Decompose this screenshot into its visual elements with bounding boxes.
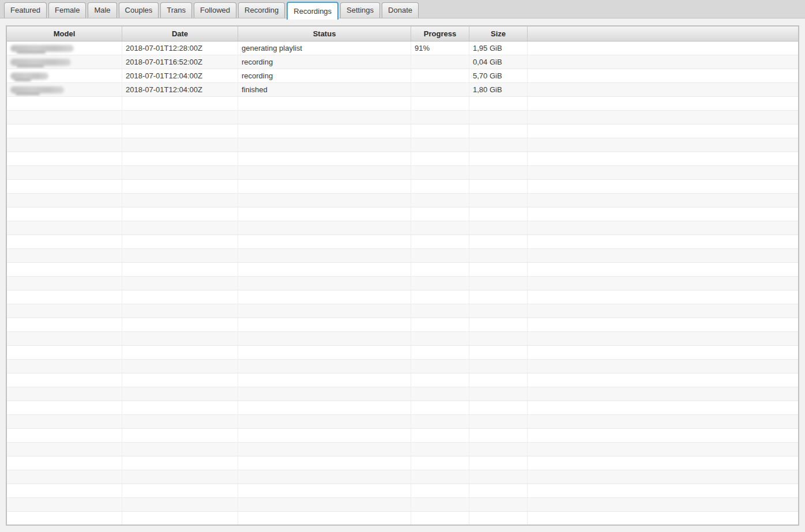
empty-cell: [238, 373, 411, 387]
spacer-cell: [528, 83, 799, 97]
empty-cell: [238, 498, 411, 512]
empty-cell: [238, 346, 411, 360]
tab-recording[interactable]: Recording: [238, 2, 285, 18]
empty-cell: [528, 221, 799, 235]
tab-featured[interactable]: Featured: [4, 2, 47, 18]
table-row-empty: [7, 207, 798, 221]
empty-cell: [528, 318, 799, 332]
column-header-size[interactable]: Size: [469, 27, 528, 41]
empty-cell: [411, 443, 469, 456]
empty-cell: [411, 318, 469, 332]
empty-cell: [7, 346, 122, 360]
column-header-status[interactable]: Status: [238, 27, 411, 41]
empty-cell: [7, 221, 122, 235]
table-row-empty: [7, 124, 798, 138]
status-cell: finished: [238, 83, 411, 97]
empty-cell: [469, 97, 528, 111]
tab-female[interactable]: Female: [48, 2, 86, 18]
status-cell: generating playlist: [238, 41, 411, 55]
date-cell: 2018-07-01T16:52:00Z: [122, 55, 238, 69]
empty-cell: [7, 249, 122, 263]
empty-cell: [122, 207, 238, 221]
empty-cell: [469, 152, 528, 166]
table-row-empty: [7, 415, 798, 429]
empty-cell: [469, 235, 528, 249]
recordings-table-frame: ModelDateStatusProgressSize 2018-07-01T1…: [6, 25, 799, 526]
empty-cell: [528, 484, 799, 498]
column-header-blank[interactable]: [528, 27, 799, 41]
table-row[interactable]: 2018-07-01T12:04:00Zfinished1,80 GiB: [7, 83, 798, 97]
empty-cell: [7, 235, 122, 249]
column-header-date[interactable]: Date: [122, 27, 238, 41]
empty-cell: [528, 290, 799, 304]
empty-cell: [469, 456, 528, 470]
empty-cell: [411, 290, 469, 304]
empty-cell: [411, 207, 469, 221]
progress-cell: 91%: [411, 41, 469, 55]
empty-cell: [528, 332, 799, 346]
empty-cell: [528, 97, 799, 111]
empty-cell: [469, 415, 528, 429]
table-row-empty: [7, 360, 798, 373]
tab-followed[interactable]: Followed: [194, 2, 236, 18]
empty-cell: [411, 124, 469, 138]
empty-cell: [7, 498, 122, 512]
empty-cell: [411, 235, 469, 249]
table-row-empty: [7, 194, 798, 207]
empty-cell: [122, 456, 238, 470]
table-row-empty: [7, 166, 798, 180]
progress-cell: [411, 69, 469, 83]
column-header-model[interactable]: Model: [7, 27, 122, 41]
empty-cell: [122, 124, 238, 138]
empty-cell: [469, 387, 528, 401]
table-row[interactable]: 2018-07-01T12:04:00Zrecording5,70 GiB: [7, 69, 798, 83]
table-header-row: ModelDateStatusProgressSize: [7, 27, 798, 41]
tab-trans[interactable]: Trans: [160, 2, 192, 18]
empty-cell: [122, 111, 238, 124]
table-row[interactable]: 2018-07-01T12:28:00Zgenerating playlist9…: [7, 41, 798, 55]
empty-cell: [122, 318, 238, 332]
table-row-empty: [7, 138, 798, 152]
size-cell: 1,80 GiB: [469, 83, 528, 97]
empty-cell: [528, 138, 799, 152]
empty-cell: [7, 456, 122, 470]
empty-cell: [7, 290, 122, 304]
empty-cell: [469, 194, 528, 207]
empty-cell: [122, 221, 238, 235]
empty-cell: [238, 290, 411, 304]
empty-cell: [411, 415, 469, 429]
empty-cell: [469, 401, 528, 415]
table-row-empty: [7, 318, 798, 332]
tab-donate[interactable]: Donate: [382, 2, 419, 18]
empty-cell: [411, 111, 469, 124]
empty-cell: [7, 207, 122, 221]
empty-cell: [528, 235, 799, 249]
table-row-empty: [7, 401, 798, 415]
empty-cell: [411, 166, 469, 180]
column-header-progress[interactable]: Progress: [411, 27, 469, 41]
tab-settings[interactable]: Settings: [340, 2, 380, 18]
empty-cell: [469, 180, 528, 194]
empty-cell: [7, 166, 122, 180]
empty-cell: [238, 180, 411, 194]
empty-cell: [122, 415, 238, 429]
empty-cell: [122, 304, 238, 318]
table-row-empty: [7, 180, 798, 194]
empty-cell: [122, 180, 238, 194]
table-row-empty: [7, 111, 798, 124]
table-row-empty: [7, 290, 798, 304]
tab-male[interactable]: Male: [88, 2, 116, 18]
empty-cell: [469, 207, 528, 221]
redacted-model-name: [10, 73, 48, 80]
table-row[interactable]: 2018-07-01T16:52:00Zrecording0,04 GiB: [7, 55, 798, 69]
empty-cell: [528, 111, 799, 124]
empty-cell: [411, 373, 469, 387]
table-row-empty: [7, 512, 798, 526]
tab-couples[interactable]: Couples: [119, 2, 159, 18]
empty-cell: [7, 152, 122, 166]
tab-recordings[interactable]: Recordings: [287, 2, 338, 20]
empty-cell: [528, 152, 799, 166]
empty-cell: [238, 235, 411, 249]
empty-cell: [7, 97, 122, 111]
empty-cell: [7, 304, 122, 318]
